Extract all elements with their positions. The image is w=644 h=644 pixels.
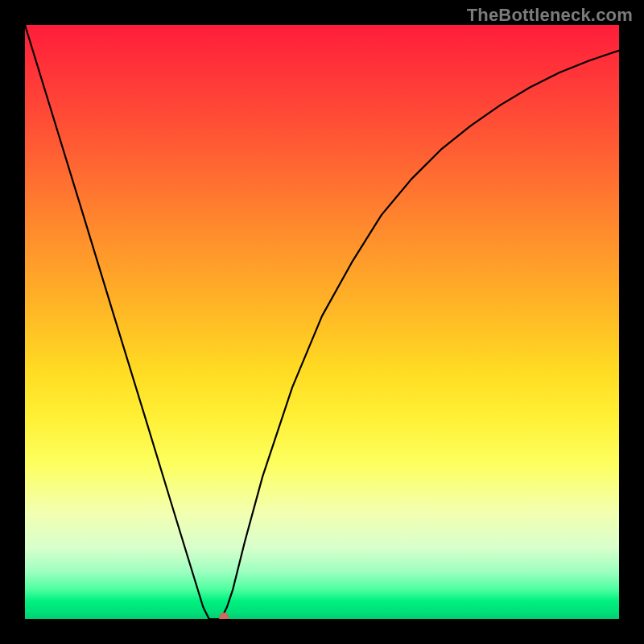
optimum-marker bbox=[25, 25, 619, 619]
chart-frame: TheBottleneck.com bbox=[0, 0, 644, 644]
watermark-text: TheBottleneck.com bbox=[467, 5, 633, 26]
svg-point-0 bbox=[219, 613, 229, 619]
plot-area bbox=[25, 25, 619, 619]
